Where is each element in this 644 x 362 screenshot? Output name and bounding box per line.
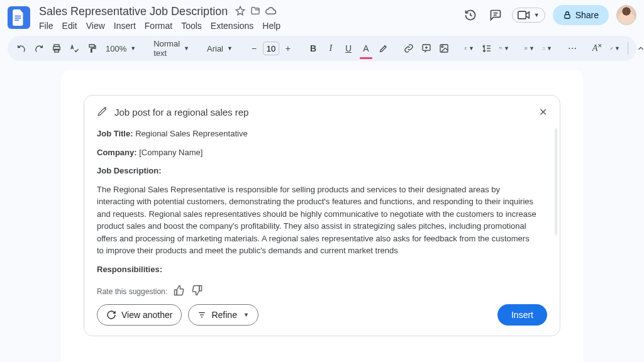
more-icon[interactable]: ⋯ [565,40,580,57]
redo-icon[interactable] [31,40,47,57]
font-size-input[interactable] [263,41,279,55]
svg-rect-9 [565,14,570,18]
paint-format-icon[interactable] [84,40,99,57]
close-icon[interactable]: ✕ [539,106,547,118]
refine-button[interactable]: Refine ▼ [188,304,258,326]
menu-bar: File Edit View Insert Format Tools Exten… [36,19,462,32]
svg-rect-4 [15,18,21,19]
bullet-list-icon[interactable]: ▼ [522,40,537,57]
italic-icon[interactable]: I [323,40,338,57]
thumbs-up-icon[interactable] [174,285,185,298]
comment-icon[interactable] [487,6,504,24]
editing-mode-icon[interactable]: ▼ [608,40,623,57]
move-icon[interactable] [250,6,260,18]
svg-rect-5 [15,19,19,21]
doc-title[interactable]: Sales Representative Job Description [36,4,230,19]
avatar[interactable] [616,5,636,25]
font-decrease[interactable]: − [247,40,262,57]
menu-insert[interactable]: Insert [114,21,136,31]
star-icon[interactable] [235,6,245,18]
svg-text:2: 2 [542,48,543,50]
share-label: Share [575,10,599,20]
svg-text:1: 1 [542,47,543,48]
svg-rect-38 [199,286,202,291]
docs-logo[interactable] [8,6,30,29]
scrollbar[interactable] [555,128,557,235]
menu-format[interactable]: Format [145,21,172,31]
svg-rect-8 [518,11,526,19]
menu-view[interactable]: View [86,21,105,31]
underline-icon[interactable]: U [341,40,356,57]
suggestion-title: Job post for a regional sales rep [114,107,248,118]
highlight-icon[interactable] [376,40,391,57]
align-icon[interactable]: ▼ [462,40,477,57]
collapse-toolbar-icon[interactable] [633,40,644,57]
svg-rect-3 [15,16,21,17]
cloud-icon[interactable] [265,6,277,17]
clear-format-icon[interactable]: A✕ [590,40,605,57]
font-increase[interactable]: + [280,40,296,57]
history-icon[interactable] [462,6,479,24]
insert-button[interactable]: Insert [497,304,547,326]
svg-point-29 [525,49,526,50]
font-select[interactable]: Arial▼ [203,44,236,53]
add-comment-icon[interactable] [419,40,434,57]
link-icon[interactable] [401,40,416,57]
view-another-button[interactable]: View another [97,304,182,326]
rate-label: Rate this suggestion: [97,287,167,296]
image-icon[interactable] [436,40,452,57]
svg-rect-24 [500,47,501,48]
zoom-select[interactable]: 100%▼ [102,44,140,53]
suggestion-body: Job Title: Regional Sales Representative… [97,128,547,278]
menu-tools[interactable]: Tools [181,21,202,31]
share-button[interactable]: Share [553,5,609,25]
text-color-icon[interactable]: A [358,40,374,57]
numbered-list-icon[interactable]: 12▼ [540,40,555,57]
line-spacing-icon[interactable] [479,40,494,57]
undo-icon[interactable] [14,40,29,57]
menu-edit[interactable]: Edit [62,21,77,31]
svg-point-17 [441,46,443,48]
checklist-icon[interactable]: ▼ [497,40,512,57]
menu-file[interactable]: File [39,21,53,31]
print-icon[interactable] [49,40,64,57]
svg-point-27 [525,47,526,48]
svg-rect-16 [440,45,448,52]
ai-suggestion-card: Job post for a regional sales rep ✕ Job … [84,95,560,336]
pencil-sparkle-icon [97,106,108,119]
document-page: Job post for a regional sales rep ✕ Job … [61,70,583,362]
toolbar: 100%▼ Normal text▼ Arial▼ − + B I U A ▼ … [8,36,636,61]
style-select[interactable]: Normal text▼ [150,39,193,58]
thumbs-down-icon[interactable] [191,285,203,298]
menu-help[interactable]: Help [262,21,280,31]
bold-icon[interactable]: B [306,40,321,57]
meet-button[interactable]: ▼ [512,8,545,23]
menu-extensions[interactable]: Extensions [211,21,253,31]
svg-point-28 [525,48,526,49]
spellcheck-icon[interactable] [67,40,82,57]
svg-rect-37 [175,290,177,295]
